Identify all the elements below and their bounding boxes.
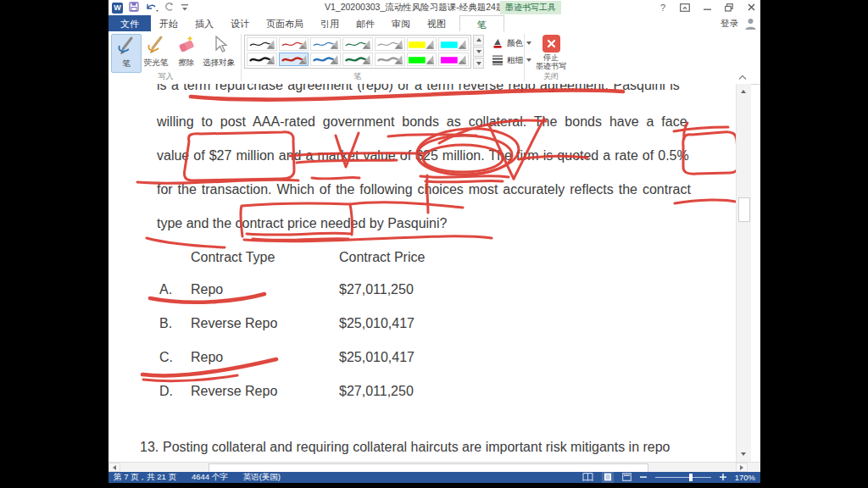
tab-view[interactable]: 视图	[419, 15, 454, 31]
redo-icon[interactable]	[164, 2, 175, 14]
ribbon-display-options-button[interactable]	[679, 2, 691, 14]
scroll-up-arrow[interactable]	[737, 86, 749, 97]
tab-page-layout[interactable]: 页面布局	[258, 15, 312, 31]
option-type: Reverse Repo	[191, 384, 277, 399]
pen-style-chip[interactable]	[375, 53, 405, 66]
screen: W V1_20200303_流动性风险习题课-经典题24题(1) - Word …	[0, 0, 868, 488]
gallery-scroll	[473, 35, 484, 69]
scroll-right-arrow[interactable]	[736, 463, 748, 472]
word-count[interactable]: 4644 个字	[192, 472, 228, 483]
tab-mailings[interactable]: 邮件	[348, 15, 383, 31]
undo-icon[interactable]	[145, 2, 159, 14]
help-button[interactable]: ?	[657, 2, 669, 14]
tab-pen-active[interactable]: 笔	[459, 15, 504, 31]
group-separator	[241, 34, 242, 81]
pen-style-chip[interactable]	[375, 37, 405, 51]
title-bar: W V1_20200303_流动性风险习题课-经典题24题(1) - Word …	[108, 0, 760, 16]
customize-qat-icon[interactable]	[181, 2, 189, 14]
write-group: 笔 荧光笔 擦除 选择对象 写入	[108, 31, 223, 84]
page-indicator[interactable]: 第 7 页，共 21 页	[114, 472, 176, 483]
gallery-scroll-down-button[interactable]	[473, 47, 484, 58]
highlighter-tool-button[interactable]: 荧光笔	[142, 34, 170, 71]
doc-line: willing to post AAA-rated government bon…	[157, 114, 726, 130]
pen-gallery-grid	[244, 35, 471, 69]
gallery-more-button[interactable]	[473, 58, 484, 69]
scroll-left-arrow[interactable]	[108, 463, 120, 472]
tab-review[interactable]: 审阅	[383, 15, 419, 31]
pen-style-chip[interactable]	[407, 53, 437, 66]
option-letter: C.	[159, 350, 173, 365]
eraser-tool-button[interactable]: 擦除	[172, 34, 201, 71]
language-indicator[interactable]: 英语(美国)	[243, 472, 281, 483]
close-icon[interactable]	[745, 2, 757, 14]
tab-references[interactable]: 引用	[312, 15, 348, 31]
doc-line: for the transaction. Which of the follow…	[157, 182, 726, 197]
vertical-scroll-thumb[interactable]	[738, 197, 750, 222]
scroll-down-arrow[interactable]	[737, 448, 749, 460]
tab-insert[interactable]: 插入	[186, 15, 222, 31]
doc-line: type and the contract price needed by Pa…	[157, 216, 726, 231]
pen-style-chip[interactable]	[247, 37, 277, 51]
tab-home[interactable]: 开始	[151, 15, 186, 31]
group-separator	[524, 34, 525, 81]
pen-style-chip[interactable]	[342, 53, 373, 66]
select-objects-button[interactable]: 选择对象	[199, 34, 238, 71]
option-letter: A.	[159, 282, 172, 297]
minimize-button[interactable]	[701, 2, 713, 14]
gallery-scroll-up-button[interactable]	[473, 35, 484, 46]
zoom-out-button[interactable]	[640, 473, 647, 482]
table-header-contract-type: Contract Type	[191, 250, 275, 265]
pen-style-chip[interactable]	[310, 37, 341, 51]
question-text: Posting collateral and requiring collate…	[163, 440, 670, 455]
pen-icon	[116, 35, 136, 57]
save-icon[interactable]	[129, 2, 139, 14]
ink-annotations	[108, 84, 736, 462]
option-type: Reverse Repo	[191, 316, 277, 331]
web-layout-icon[interactable]	[622, 473, 632, 483]
pen-style-chip[interactable]	[438, 53, 469, 66]
restore-button[interactable]	[723, 2, 735, 14]
print-layout-icon[interactable]	[602, 472, 614, 484]
write-group-label: 写入	[108, 71, 223, 82]
pen-style-chip[interactable]	[279, 53, 309, 66]
ink-color-icon	[492, 37, 504, 49]
ribbon-tab-row: 文件 开始 插入 设计 页面布局 引用 邮件 审阅 视图 笔	[108, 15, 760, 31]
option-price: $25,010,417	[339, 316, 415, 331]
eraser-icon	[176, 34, 197, 56]
pen-style-chip[interactable]	[407, 37, 437, 51]
pen-style-chip[interactable]	[279, 37, 309, 51]
zoom-level[interactable]: 170%	[735, 473, 755, 482]
option-type: Repo	[191, 282, 223, 297]
zoom-slider[interactable]	[655, 477, 711, 478]
document-canvas[interactable]: is a term repurchase agreement (repo) or…	[108, 84, 736, 462]
highlighter-icon	[146, 34, 166, 56]
horizontal-scrollbar[interactable]	[108, 462, 760, 472]
option-letter: B.	[159, 316, 172, 331]
collapse-ribbon-button[interactable]	[738, 73, 747, 82]
ink-color-button[interactable]: 颜色	[492, 36, 531, 50]
zoom-slider-thumb[interactable]	[689, 474, 693, 481]
pen-style-chip[interactable]	[342, 37, 373, 51]
option-price: $27,011,250	[339, 384, 414, 399]
question-number: 13.	[140, 440, 159, 455]
option-price: $27,011,250	[339, 282, 414, 297]
tab-design[interactable]: 设计	[222, 15, 258, 31]
table-header-contract-price: Contract Price	[339, 250, 425, 265]
tab-file[interactable]: 文件	[108, 15, 151, 31]
pen-tool-button[interactable]: 笔	[111, 34, 142, 73]
quick-access-toolbar: W	[112, 1, 189, 14]
pen-style-chip[interactable]	[438, 37, 469, 51]
zoom-in-button[interactable]	[720, 473, 726, 482]
ribbon: 笔 荧光笔 擦除 选择对象 写入	[108, 31, 760, 85]
pen-style-chip[interactable]	[310, 53, 341, 66]
option-type: Repo	[191, 350, 223, 365]
read-mode-icon[interactable]	[582, 473, 593, 483]
sign-in-link[interactable]: 登录	[721, 18, 738, 30]
thickness-icon	[492, 54, 504, 66]
stop-inking-icon	[542, 35, 560, 53]
ink-thickness-button[interactable]: 粗细	[492, 53, 531, 67]
avatar[interactable]	[742, 15, 759, 31]
vertical-scrollbar[interactable]	[736, 84, 751, 462]
word-logo-icon: W	[112, 3, 123, 14]
pen-style-chip[interactable]	[247, 53, 277, 66]
